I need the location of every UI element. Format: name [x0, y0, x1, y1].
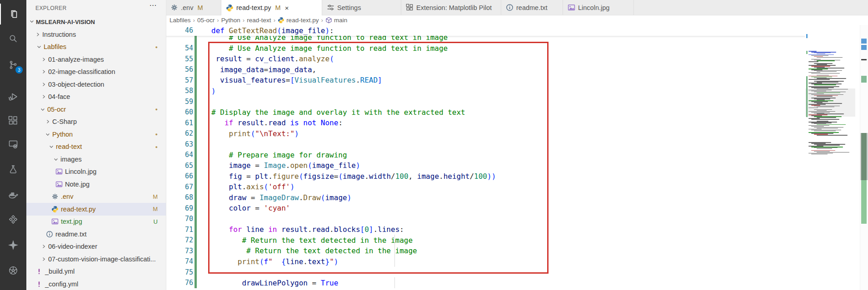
code-line-61[interactable]: 61 if result.read is not None:: [166, 118, 805, 128]
tab-read-text-py[interactable]: read-text.pyM×: [221, 0, 322, 15]
git-status-badge: ●: [155, 107, 158, 112]
git-added-gutter: [195, 192, 197, 203]
activity-bar-remote-explorer-icon[interactable]: [0, 134, 26, 155]
minimap[interactable]: [805, 25, 855, 290]
tab-lincoln-jpg[interactable]: Lincoln.jpg: [563, 0, 634, 15]
tree-item--config-yml[interactable]: _config.yml: [26, 278, 166, 290]
tree-item-label: images: [60, 156, 82, 163]
code-line-74[interactable]: 74 print(f" {line.text}"): [166, 256, 805, 267]
tree-item-text-jpg[interactable]: text.jpgU: [26, 216, 166, 228]
tree-item--env[interactable]: .envM: [26, 191, 166, 203]
code-line-55[interactable]: 55 result = cv_client.analyze(: [166, 54, 805, 64]
activity-bar-diamonds-icon[interactable]: [0, 210, 26, 231]
code-line-58[interactable]: 58): [166, 85, 805, 96]
tree-item-read-text[interactable]: read-text●: [26, 141, 166, 153]
tree-item--build-yml[interactable]: _build.yml: [26, 265, 166, 278]
line-number: 55: [166, 55, 193, 63]
overview-ruler-mark: [861, 180, 867, 224]
line-number: 68: [166, 193, 193, 202]
sticky-scroll-line[interactable]: 46def GetTextRead(image_file):: [166, 25, 805, 36]
tree-item-lincoln-jpg[interactable]: Lincoln.jpg: [26, 166, 166, 178]
activity-bar-extensions-icon[interactable]: [0, 110, 26, 131]
tree-item-01-analyze-images[interactable]: 01-analyze-images: [26, 53, 166, 66]
tree-item-label: Lincoln.jpg: [65, 168, 96, 175]
breadcrumb-folder[interactable]: Labfiles: [170, 17, 191, 24]
git-added-gutter: [195, 160, 197, 171]
activity-bar-kubernetes-icon[interactable]: [0, 260, 26, 281]
tab-settings[interactable]: Settings: [322, 0, 401, 15]
code-editor[interactable]: # Use Analyze image function to read tex…: [166, 25, 868, 290]
code-line-75[interactable]: 75: [166, 267, 805, 278]
code-line-59[interactable]: 59: [166, 96, 805, 107]
python-file-icon: [51, 206, 59, 213]
tree-item-read-text-py[interactable]: read-text.pyM: [26, 203, 166, 216]
code-line-60[interactable]: 60# Display the image and overlay it wit…: [166, 107, 805, 118]
activity-bar-search-icon[interactable]: [0, 28, 26, 49]
code-line-69[interactable]: 69 color = 'cyan': [166, 203, 805, 214]
tab-readme-txt[interactable]: readme.txt: [501, 0, 563, 15]
activity-bar-explorer-icon[interactable]: [0, 4, 27, 25]
code-line-65[interactable]: 65 image = Image.open(image_file): [166, 160, 805, 171]
breadcrumb-file[interactable]: read-text.py: [286, 17, 319, 24]
activity-bar-sparkle-icon[interactable]: [0, 235, 26, 256]
breadcrumb-folder[interactable]: 05-ocr: [197, 17, 215, 24]
git-status-badge: ●: [155, 45, 158, 49]
tree-item-07-custom-vision-image-classificati-[interactable]: 07-custom-vision-image-classificati...: [26, 253, 166, 265]
tree-item-note-jpg[interactable]: Note.jpg: [26, 178, 166, 191]
code-line-57[interactable]: 57 visual_features=[VisualFeatures.READ]: [166, 75, 805, 86]
code-line-70[interactable]: 70: [166, 213, 805, 224]
scrollbar-thumb[interactable]: [860, 133, 868, 180]
activity-bar-run-debug-icon[interactable]: [0, 86, 26, 107]
code-line-73[interactable]: 73 # Return the text detected in the ima…: [166, 246, 805, 256]
breadcrumb-folder[interactable]: Python: [221, 17, 240, 24]
tree-item-06-video-indexer[interactable]: 06-video-indexer: [26, 241, 166, 253]
activity-bar-testing-beaker-icon[interactable]: [0, 159, 26, 180]
git-added-gutter: [195, 54, 197, 64]
tree-root-workspace[interactable]: MSLEARN-AI-VISION: [26, 16, 166, 28]
breadcrumb[interactable]: Labfiles›05-ocr›Python›read-text›read-te…: [166, 15, 868, 25]
code-line-72[interactable]: 72 # Return the text detected in the ima…: [166, 235, 805, 246]
minimap-slider[interactable]: [805, 88, 855, 117]
minimap-line: [808, 76, 838, 77]
code-line-76[interactable]: 76 drawLinePolygon = True: [166, 277, 805, 288]
tree-item-images[interactable]: images: [26, 153, 166, 166]
tree-item-03-object-detection[interactable]: 03-object-detection: [26, 78, 166, 91]
tree-item-02-image-classification[interactable]: 02-image-classification: [26, 66, 166, 79]
code-text: # Prepare image for drawing: [211, 151, 347, 159]
tree-item-c-sharp[interactable]: C-Sharp: [26, 116, 166, 128]
tree-item-instructions[interactable]: Instructions: [26, 28, 166, 41]
diamonds-icon: [8, 215, 19, 226]
chevron-right-icon: [40, 57, 47, 62]
tab--env[interactable]: .envM: [166, 0, 221, 15]
chevron-right-icon: [40, 82, 47, 87]
overview-ruler-mark: [861, 59, 867, 60]
code-line-71[interactable]: 71 for line in result.read.blocks[0].lin…: [166, 224, 805, 235]
code-line-68[interactable]: 68 draw = ImageDraw.Draw(image): [166, 192, 805, 203]
code-text: ): [211, 87, 216, 95]
explorer-more-actions-icon[interactable]: ⋯: [150, 1, 157, 10]
extensions-small-icon: [406, 4, 414, 11]
code-line-67[interactable]: 67 plt.axis('off'): [166, 182, 805, 192]
breadcrumb-folder[interactable]: read-text: [247, 17, 271, 24]
activity-bar-source-control-icon[interactable]: 3: [0, 54, 26, 75]
tree-item-labfiles[interactable]: Labfiles●: [26, 41, 166, 54]
close-icon[interactable]: ×: [285, 4, 289, 12]
tab-extension-matplotlib-pilot[interactable]: Extension: Matplotlib Pilot: [401, 0, 501, 15]
tree-item-05-ocr[interactable]: 05-ocr●: [26, 103, 166, 116]
code-line-54[interactable]: 54 # Use Analyze image function to read …: [166, 43, 805, 54]
tree-item-readme-txt[interactable]: readme.txt: [26, 228, 166, 241]
activity-bar-docker-icon[interactable]: [0, 185, 26, 206]
tree-item-04-face[interactable]: 04-face: [26, 91, 166, 103]
code-line-64[interactable]: 64 # Prepare image for drawing: [166, 149, 805, 160]
sliders-icon: [327, 4, 334, 11]
code-line-56[interactable]: 56 image_data=image_data,: [166, 64, 805, 75]
code-line-62[interactable]: 62 print("\nText:"): [166, 128, 805, 139]
code-line-66[interactable]: 66 fig = plt.figure(figsize=(image.width…: [166, 171, 805, 182]
minimap-line: [817, 128, 838, 129]
tree-item-python[interactable]: Python●: [26, 128, 166, 141]
chevron-right-icon: [40, 94, 47, 99]
code-line-63[interactable]: 63: [166, 139, 805, 150]
minimap-line: [817, 152, 849, 153]
breadcrumb-symbol[interactable]: main: [334, 17, 347, 24]
breadcrumb-separator: ›: [193, 17, 195, 24]
